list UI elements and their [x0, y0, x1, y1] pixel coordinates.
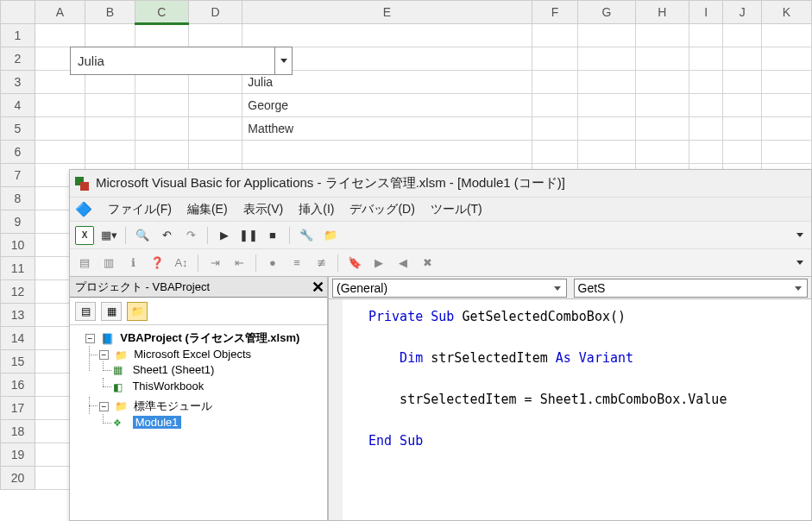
row-5[interactable]: 5 — [1, 117, 35, 141]
next-bookmark-icon[interactable]: ▶ — [369, 254, 388, 273]
row-13[interactable]: 13 — [1, 304, 35, 327]
col-E[interactable]: E — [242, 1, 532, 24]
menu-debug[interactable]: デバッグ(D) — [349, 202, 414, 217]
row-15[interactable]: 15 — [1, 350, 35, 373]
list-properties-icon[interactable]: ▤ — [75, 254, 94, 273]
clear-bookmarks-icon[interactable]: ✖ — [418, 254, 437, 273]
indent-icon[interactable]: ⇥ — [205, 254, 224, 273]
column-headers: A B C D E F G H I J K — [1, 1, 812, 24]
collapse-icon[interactable]: − — [85, 334, 95, 343]
col-H[interactable]: H — [635, 1, 689, 24]
reset-icon[interactable]: ■ — [263, 226, 282, 245]
col-A[interactable]: A — [35, 1, 85, 24]
tree-project[interactable]: − VBAProject (ライセンス管理.xlsm) − Microsoft … — [85, 329, 325, 434]
row-7[interactable]: 7 — [1, 164, 35, 187]
row-6[interactable]: 6 — [1, 141, 35, 164]
row-3[interactable]: 3 — [1, 71, 35, 94]
view-object-icon[interactable]: ▦ — [101, 302, 122, 321]
toggle-folders-icon[interactable]: 📁 — [127, 302, 148, 321]
insert-dropdown-icon[interactable]: ▦▾ — [99, 226, 118, 245]
tree-excel-objects[interactable]: − Microsoft Excel Objects Sheet1 (Sheet1… — [99, 346, 325, 397]
tree-module1-label: Module1 — [133, 416, 181, 429]
code-editor[interactable]: Private Sub GetSelectedComboBox() Dim st… — [329, 299, 811, 520]
tree-project-label: VBAProject (ライセンス管理.xlsm) — [120, 331, 299, 344]
comment-icon[interactable]: ≡ — [287, 254, 306, 273]
combobox-control[interactable]: Julia — [70, 47, 293, 75]
col-K[interactable]: K — [762, 1, 812, 24]
row-16[interactable]: 16 — [1, 373, 35, 397]
tree-thisworkbook[interactable]: ThisWorkbook — [113, 378, 325, 395]
row-14[interactable]: 14 — [1, 327, 35, 350]
project-explorer-icon[interactable]: 📁 — [321, 226, 340, 245]
separator — [125, 227, 126, 244]
find-icon[interactable]: 🔍 — [133, 226, 152, 245]
menu-view[interactable]: 表示(V) — [243, 202, 284, 217]
project-panel-header[interactable]: プロジェクト - VBAProject ✕ — [70, 277, 327, 298]
row-2[interactable]: 2 — [1, 47, 35, 71]
run-icon[interactable]: ▶ — [215, 226, 234, 245]
col-B[interactable]: B — [85, 1, 135, 24]
procedure-dropdown[interactable]: GetS — [574, 279, 809, 298]
project-tree[interactable]: − VBAProject (ライセンス管理.xlsm) − Microsoft … — [70, 325, 327, 520]
corner-cell[interactable] — [1, 1, 35, 24]
col-I[interactable]: I — [689, 1, 723, 24]
cell-E4[interactable]: George — [242, 94, 532, 117]
parameter-info-icon[interactable]: ❓ — [148, 254, 167, 273]
menu-tools[interactable]: ツール(T) — [431, 202, 482, 217]
col-C[interactable]: C — [135, 1, 188, 24]
break-icon[interactable]: ❚❚ — [239, 226, 258, 245]
col-J[interactable]: J — [723, 1, 762, 24]
uncomment-icon[interactable]: ≢ — [312, 254, 330, 273]
row-19[interactable]: 19 — [1, 443, 35, 467]
close-icon[interactable]: ✕ — [308, 278, 327, 297]
separator — [207, 227, 208, 244]
row-12[interactable]: 12 — [1, 280, 35, 304]
row-9[interactable]: 9 — [1, 210, 35, 234]
vbe-titlebar[interactable]: Microsoft Visual Basic for Applications … — [70, 170, 811, 198]
vbe-window: Microsoft Visual Basic for Applications … — [69, 169, 812, 521]
row-18[interactable]: 18 — [1, 420, 35, 443]
chevron-down-icon[interactable] — [274, 47, 292, 74]
menu-insert[interactable]: 挿入(I) — [299, 202, 334, 217]
list-constants-icon[interactable]: ▥ — [99, 254, 118, 273]
worksheet-icon — [113, 364, 127, 376]
collapse-icon[interactable]: − — [99, 402, 109, 411]
undo-icon[interactable]: ↶ — [157, 226, 176, 245]
menu-file[interactable]: ファイル(F) — [108, 202, 172, 217]
breakpoint-icon[interactable]: ● — [263, 254, 282, 273]
col-D[interactable]: D — [189, 1, 242, 24]
view-excel-icon[interactable]: X — [75, 226, 94, 245]
design-mode-icon[interactable]: 🔧 — [297, 226, 316, 245]
complete-word-icon[interactable]: A↕ — [172, 254, 191, 273]
row-17[interactable]: 17 — [1, 397, 35, 420]
prev-bookmark-icon[interactable]: ◀ — [393, 254, 412, 273]
tree-sheet1[interactable]: Sheet1 (Sheet1) — [113, 361, 325, 379]
col-G[interactable]: G — [578, 1, 636, 24]
tree-thisworkbook-label: ThisWorkbook — [132, 380, 204, 392]
bookmark-icon[interactable]: 🔖 — [345, 254, 364, 273]
cell-E5[interactable]: Matthew — [242, 117, 532, 141]
col-F[interactable]: F — [532, 1, 578, 24]
tree-module1[interactable]: Module1 — [113, 414, 325, 431]
menu-edit[interactable]: 編集(E) — [187, 202, 228, 217]
row-8[interactable]: 8 — [1, 187, 35, 210]
collapse-icon[interactable]: − — [99, 350, 109, 360]
row-10[interactable]: 10 — [1, 234, 35, 257]
row-4[interactable]: 4 — [1, 94, 35, 117]
row-11[interactable]: 11 — [1, 257, 35, 280]
toolbar-overflow-icon[interactable] — [794, 254, 806, 273]
procedure-dropdown-value: GetS — [578, 281, 606, 295]
view-code-icon[interactable]: ▤ — [75, 302, 96, 321]
quick-info-icon[interactable]: ℹ — [123, 254, 142, 273]
outdent-icon[interactable]: ⇤ — [230, 254, 249, 273]
module-icon — [113, 417, 127, 429]
tree-std-modules[interactable]: − 標準モジュール Module1 — [99, 397, 325, 433]
row-1[interactable]: 1 — [1, 24, 35, 47]
redo-icon[interactable]: ↷ — [181, 226, 200, 245]
row-20[interactable]: 20 — [1, 467, 35, 490]
folder-icon — [115, 400, 129, 412]
toolbar-overflow-icon[interactable] — [794, 226, 806, 245]
object-dropdown[interactable]: (General) — [332, 279, 567, 298]
separator — [289, 227, 290, 244]
code-header: (General) GetS — [329, 277, 811, 299]
